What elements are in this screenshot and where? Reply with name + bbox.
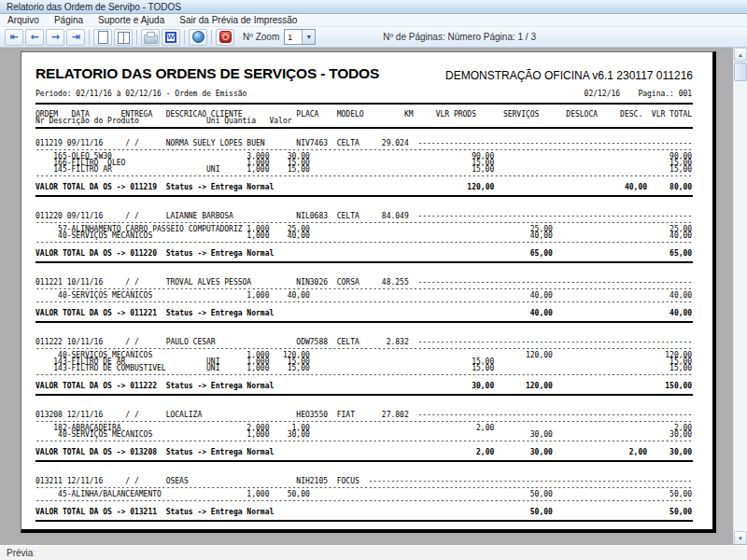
os-dash-fill: ----------------------------------------… <box>417 412 692 418</box>
os-km: 2.832 <box>35 339 409 345</box>
previous-page-button[interactable]: ← <box>25 29 44 46</box>
os-plate: NIH2105 <box>296 478 328 484</box>
item-total-value: 15,00 <box>35 166 692 173</box>
os-total-line: VALOR TOTAL DA OS -> 011221 Status -> En… <box>35 310 693 317</box>
single-page-view-button[interactable] <box>93 29 112 46</box>
os-header-line: 01321112/11/16/ /OSEASNIH2105FOCUS------… <box>35 478 693 484</box>
os-total-line: VALOR TOTAL DA OS -> 011219 Status -> En… <box>35 184 693 191</box>
os-total-value: 65,00 <box>35 250 692 257</box>
dashes: ----------------------------------------… <box>35 147 692 153</box>
os-block: 01321112/11/16/ /OSEASNIH2105FOCUS------… <box>35 478 693 522</box>
title-bar: Relatorio das Ordem de Serviþo - TODOS <box>0 0 747 14</box>
status-text: Prévia <box>7 548 33 558</box>
os-block-rule <box>35 394 693 396</box>
item-total-value: 90,00 <box>35 153 692 160</box>
report-header-row: RELATORIO DAS ORDENS DE SERVIÇOS - TODOS… <box>35 65 693 82</box>
os-block-rule <box>35 261 693 263</box>
os-header-line: 01121909/11/16/ /NORMA SUELY LOPES BUENN… <box>35 140 693 147</box>
item-line: 45-ALINHA/BALANCEAMENTO1,00050,0050,0050… <box>35 491 693 497</box>
item-total-value: 40,00 <box>35 232 692 239</box>
zoom-label: Nº Zoom <box>243 32 279 42</box>
os-client: OSEAS <box>166 478 189 484</box>
os-km: 48.255 <box>35 279 409 286</box>
print-button[interactable] <box>141 29 160 46</box>
two-pages-icon <box>118 32 130 43</box>
os-block: 01122110/11/16/ /TROVAL ALVES PESSOANIN3… <box>35 279 693 323</box>
chevron-down-icon[interactable]: ▼ <box>302 30 315 44</box>
item-total-value: 15,00 <box>35 365 692 371</box>
zoom-value: 1 <box>285 33 302 42</box>
os-header-line: 01122009/11/16/ /LAIANNE BARBOSANIL0683C… <box>35 213 693 219</box>
os-dash-fill: ----------------------------------------… <box>417 213 692 219</box>
vertical-scrollbar[interactable]: ▲ ▼ <box>733 48 747 545</box>
dashes: ----------------------------------------… <box>35 299 692 305</box>
dashes: ----------------------------------------… <box>35 173 692 179</box>
report-body: Período: 02/11/16 à 02/12/16 - Ordem de … <box>35 91 693 522</box>
item-line: 40-SERVIÇOS MECANICOS1,000120,00120,0012… <box>35 352 693 358</box>
menu-item-arquivo[interactable]: Arquivo <box>0 14 47 26</box>
os-dash-fill: ----------------------------------------… <box>417 339 692 345</box>
printer-icon <box>144 35 158 44</box>
menu-item-pagina[interactable]: Página <box>47 14 91 26</box>
toolbar-separator <box>211 30 212 45</box>
next-page-button[interactable]: → <box>46 29 64 46</box>
status-bar: Prévia <box>0 545 747 560</box>
report-page: RELATORIO DAS ORDENS DE SERVIÇOS - TODOS… <box>21 51 716 533</box>
previous-page-icon: ← <box>30 31 38 43</box>
dashed-separator: ----------------------------------------… <box>35 299 693 305</box>
os-total-line: VALOR TOTAL DA OS -> 013208 Status -> En… <box>35 449 693 456</box>
item-total-value: 15,00 <box>35 160 692 166</box>
dashes: ----------------------------------------… <box>35 497 692 504</box>
os-total-value: 150,00 <box>35 383 692 389</box>
first-page-button[interactable]: ⇤ <box>5 29 23 46</box>
menu-item-sair-da-previa-de-impressao[interactable]: Sair da Prévia de Impressão <box>172 14 304 26</box>
column-header-row-2: Nr Descrição do ProdutoUni QuantiaValor <box>35 118 693 124</box>
col-valor: Valor <box>269 118 291 124</box>
os-dash-fill: ----------------------------------------… <box>417 279 692 286</box>
period-rule <box>35 103 693 105</box>
window-title: Relatorio das Ordem de Serviþo - TODOS <box>7 2 181 12</box>
dashes: ----------------------------------------… <box>35 418 692 425</box>
os-header-line: 01122210/11/16/ /PAULO CESARODW7588CELTA… <box>35 339 693 345</box>
export-word-button[interactable]: W <box>162 29 180 46</box>
scroll-thumb[interactable] <box>734 63 747 81</box>
dashed-separator: ----------------------------------------… <box>35 147 693 153</box>
dashed-separator: ----------------------------------------… <box>35 438 693 444</box>
dashed-separator: ----------------------------------------… <box>35 418 693 425</box>
globe-icon <box>192 31 204 43</box>
exit-preview-button[interactable] <box>216 29 234 46</box>
dashed-separator: ----------------------------------------… <box>35 497 693 504</box>
last-page-icon: ⇥ <box>71 31 79 43</box>
col-uni-quantia: Uni Quantia <box>206 118 256 124</box>
menu-item-suporte-e-ajuda[interactable]: Suporte e Ajuda <box>91 14 172 26</box>
item-total-value: 50,00 <box>35 491 692 497</box>
menu-bar: ArquivoPáginaSuporte e AjudaSair da Prév… <box>0 14 747 27</box>
exit-icon <box>219 31 232 43</box>
os-total-value: 50,00 <box>35 509 692 515</box>
dashes: ----------------------------------------… <box>35 239 692 245</box>
last-page-button[interactable]: ⇥ <box>66 29 85 46</box>
export-web-button[interactable] <box>189 29 207 46</box>
two-page-view-button[interactable] <box>114 29 133 46</box>
zoom-select[interactable]: 1 ▼ <box>284 29 316 45</box>
toolbar: ⇤ ← → ⇥ W Nº Zoom 1 ▼ Nº de Páginas: Núm… <box>0 27 747 48</box>
scroll-down-button[interactable]: ▼ <box>734 531 747 545</box>
dashes: ----------------------------------------… <box>35 371 692 378</box>
os-block-rule <box>35 460 693 462</box>
os-block-rule <box>35 520 693 522</box>
item-total-value: 30,00 <box>35 431 692 438</box>
os-block-rule <box>35 321 693 323</box>
first-page-icon: ⇤ <box>9 31 18 43</box>
next-page-icon: → <box>50 31 59 43</box>
os-total-value: 40,00 <box>35 310 692 316</box>
os-model: FOCUS <box>337 478 359 484</box>
scroll-up-button[interactable]: ▲ <box>734 48 747 62</box>
os-header-line: 01122110/11/16/ /TROVAL ALVES PESSOANIN3… <box>35 279 693 286</box>
os-km: 29.024 <box>35 140 409 147</box>
dashed-separator: ----------------------------------------… <box>35 239 693 245</box>
os-delivery: / / <box>125 478 138 484</box>
report-demo-label: DEMONSTRAÇÃO OFICINA v6.1 230117 011216 <box>445 69 693 82</box>
dashes: ----------------------------------------… <box>35 438 692 444</box>
os-total-line: VALOR TOTAL DA OS -> 013211 Status -> En… <box>35 509 693 516</box>
os-total-value: 80,00 <box>35 184 692 190</box>
